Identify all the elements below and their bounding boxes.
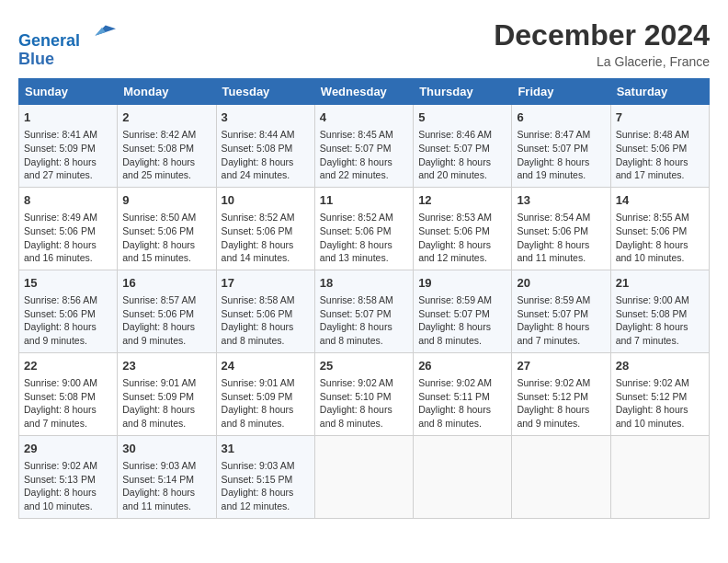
day-number: 22 — [24, 358, 112, 374]
calendar-cell: 1Sunrise: 8:41 AMSunset: 5:09 PMDaylight… — [19, 105, 118, 188]
calendar-cell: 23Sunrise: 9:01 AMSunset: 5:09 PMDayligh… — [118, 352, 216, 435]
calendar-cell: 10Sunrise: 8:52 AMSunset: 5:06 PMDayligh… — [216, 187, 314, 270]
daylight-text: Daylight: 8 hours and 17 minutes. — [616, 155, 704, 182]
day-number: 17 — [222, 275, 310, 292]
calendar-body: 1Sunrise: 8:41 AMSunset: 5:09 PMDaylight… — [19, 105, 710, 519]
sunset-text: Sunset: 5:09 PM — [24, 142, 112, 155]
daylight-text: Daylight: 8 hours and 14 minutes. — [222, 238, 310, 265]
daylight-text: Daylight: 8 hours and 8 minutes. — [122, 403, 210, 430]
day-number: 3 — [222, 109, 310, 126]
sunrise-text: Sunrise: 9:03 AM — [222, 459, 310, 473]
sunset-text: Sunset: 5:06 PM — [616, 224, 704, 238]
sunset-text: Sunset: 5:06 PM — [122, 307, 210, 321]
sunrise-text: Sunrise: 8:53 AM — [418, 211, 506, 224]
day-number: 23 — [122, 358, 210, 374]
calendar-cell: 9Sunrise: 8:50 AMSunset: 5:06 PMDaylight… — [118, 187, 216, 270]
day-number: 24 — [222, 358, 310, 374]
logo: General Blue — [18, 18, 116, 69]
sunrise-text: Sunrise: 9:00 AM — [24, 376, 112, 390]
calendar-cell: 8Sunrise: 8:49 AMSunset: 5:06 PMDaylight… — [19, 187, 118, 270]
sunrise-text: Sunrise: 8:59 AM — [418, 293, 506, 307]
logo-bird-icon — [88, 18, 116, 46]
sunrise-text: Sunrise: 8:41 AM — [24, 128, 112, 142]
calendar-cell: 6Sunrise: 8:47 AMSunset: 5:07 PMDaylight… — [512, 105, 610, 188]
sunset-text: Sunset: 5:07 PM — [418, 142, 506, 155]
sunrise-text: Sunrise: 8:42 AM — [122, 128, 210, 142]
day-number: 29 — [24, 441, 112, 457]
sunrise-text: Sunrise: 8:55 AM — [616, 211, 704, 224]
sunrise-text: Sunrise: 8:58 AM — [222, 293, 310, 307]
day-number: 31 — [222, 441, 310, 457]
day-number: 4 — [320, 109, 408, 126]
daylight-text: Daylight: 8 hours and 8 minutes. — [320, 403, 408, 430]
calendar-cell: 19Sunrise: 8:59 AMSunset: 5:07 PMDayligh… — [414, 270, 512, 352]
header-sunday: Sunday — [19, 79, 118, 105]
daylight-text: Daylight: 8 hours and 15 minutes. — [122, 238, 210, 265]
calendar-cell: 31Sunrise: 9:03 AMSunset: 5:15 PMDayligh… — [216, 435, 314, 518]
sunset-text: Sunset: 5:09 PM — [222, 390, 310, 404]
calendar-cell: 2Sunrise: 8:42 AMSunset: 5:08 PMDaylight… — [118, 105, 216, 188]
sunset-text: Sunset: 5:09 PM — [122, 390, 210, 404]
sunrise-text: Sunrise: 9:01 AM — [122, 376, 210, 390]
calendar-cell: 11Sunrise: 8:52 AMSunset: 5:06 PMDayligh… — [314, 187, 413, 270]
sunrise-text: Sunrise: 9:02 AM — [320, 376, 408, 390]
day-number: 27 — [517, 358, 605, 374]
calendar-cell: 25Sunrise: 9:02 AMSunset: 5:10 PMDayligh… — [314, 352, 413, 435]
sunset-text: Sunset: 5:07 PM — [517, 307, 605, 321]
sunset-text: Sunset: 5:06 PM — [320, 224, 408, 238]
daylight-text: Daylight: 8 hours and 8 minutes. — [222, 320, 310, 347]
calendar-cell — [314, 435, 413, 518]
sunrise-text: Sunrise: 9:02 AM — [24, 459, 112, 473]
header-saturday: Saturday — [610, 79, 709, 105]
sunset-text: Sunset: 5:08 PM — [616, 307, 704, 321]
calendar-cell: 7Sunrise: 8:48 AMSunset: 5:06 PMDaylight… — [610, 105, 709, 188]
page-header: General Blue December 2024 La Glacerie, … — [18, 18, 710, 69]
title-block: December 2024 La Glacerie, France — [494, 18, 710, 69]
daylight-text: Daylight: 8 hours and 10 minutes. — [24, 486, 112, 512]
daylight-text: Daylight: 8 hours and 27 minutes. — [24, 155, 112, 182]
daylight-text: Daylight: 8 hours and 16 minutes. — [24, 238, 112, 265]
daylight-text: Daylight: 8 hours and 7 minutes. — [517, 320, 605, 347]
sunset-text: Sunset: 5:07 PM — [320, 142, 408, 155]
sunrise-text: Sunrise: 9:02 AM — [517, 376, 605, 390]
sunset-text: Sunset: 5:10 PM — [320, 390, 408, 404]
calendar-week-row: 22Sunrise: 9:00 AMSunset: 5:08 PMDayligh… — [19, 352, 710, 435]
sunrise-text: Sunrise: 8:56 AM — [24, 293, 112, 307]
calendar-cell: 20Sunrise: 8:59 AMSunset: 5:07 PMDayligh… — [512, 270, 610, 352]
sunrise-text: Sunrise: 9:03 AM — [122, 459, 210, 473]
sunrise-text: Sunrise: 8:46 AM — [418, 128, 506, 142]
day-number: 19 — [418, 275, 506, 292]
day-number: 30 — [122, 441, 210, 457]
daylight-text: Daylight: 8 hours and 11 minutes. — [122, 486, 210, 512]
logo-general: General — [18, 31, 80, 50]
logo-blue: Blue — [18, 51, 116, 69]
day-number: 6 — [517, 109, 605, 126]
sunset-text: Sunset: 5:12 PM — [616, 390, 704, 404]
logo-text: General — [18, 18, 116, 51]
daylight-text: Daylight: 8 hours and 24 minutes. — [222, 155, 310, 182]
calendar-cell: 3Sunrise: 8:44 AMSunset: 5:08 PMDaylight… — [216, 105, 314, 188]
sunset-text: Sunset: 5:06 PM — [122, 224, 210, 238]
daylight-text: Daylight: 8 hours and 25 minutes. — [122, 155, 210, 182]
calendar-week-row: 1Sunrise: 8:41 AMSunset: 5:09 PMDaylight… — [19, 105, 710, 188]
daylight-text: Daylight: 8 hours and 19 minutes. — [517, 155, 605, 182]
day-number: 28 — [616, 358, 704, 374]
day-number: 16 — [122, 275, 210, 292]
sunset-text: Sunset: 5:06 PM — [418, 224, 506, 238]
calendar-cell: 18Sunrise: 8:58 AMSunset: 5:07 PMDayligh… — [314, 270, 413, 352]
day-number: 8 — [24, 192, 112, 209]
sunset-text: Sunset: 5:07 PM — [320, 307, 408, 321]
calendar-cell: 30Sunrise: 9:03 AMSunset: 5:14 PMDayligh… — [118, 435, 216, 518]
day-number: 13 — [517, 192, 605, 209]
sunset-text: Sunset: 5:06 PM — [24, 224, 112, 238]
calendar-cell — [512, 435, 610, 518]
sunrise-text: Sunrise: 8:58 AM — [320, 293, 408, 307]
calendar-cell: 17Sunrise: 8:58 AMSunset: 5:06 PMDayligh… — [216, 270, 314, 352]
header-tuesday: Tuesday — [216, 79, 314, 105]
daylight-text: Daylight: 8 hours and 9 minutes. — [24, 320, 112, 347]
sunrise-text: Sunrise: 8:52 AM — [222, 211, 310, 224]
daylight-text: Daylight: 8 hours and 13 minutes. — [320, 238, 408, 265]
sunrise-text: Sunrise: 8:49 AM — [24, 211, 112, 224]
sunrise-text: Sunrise: 8:45 AM — [320, 128, 408, 142]
sunrise-text: Sunrise: 9:02 AM — [616, 376, 704, 390]
